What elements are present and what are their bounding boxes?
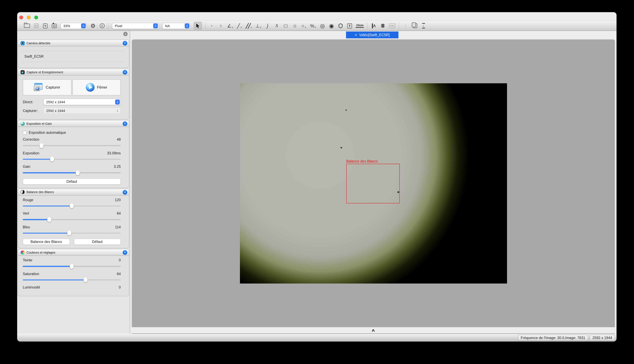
slider-track[interactable]: [23, 158, 121, 160]
minimize-window-button[interactable]: [27, 16, 30, 19]
unit-select[interactable]: Pixel ▲▼: [112, 22, 159, 29]
capture-button[interactable]: Capturer: [23, 79, 71, 96]
export-down-icon: ↓: [422, 23, 425, 28]
measure-tool-button[interactable]: Λ: [371, 22, 376, 30]
capture-resolution-select[interactable]: 2592 x 1944 ▲▼: [43, 107, 121, 114]
curve-tool-button[interactable]: S: [274, 22, 280, 30]
microscope-live-image[interactable]: Balance des Blancs: [240, 83, 507, 284]
chevron-down-icon: ∨: [240, 26, 242, 30]
text-tool-button[interactable]: T: [347, 22, 352, 30]
scalebar-icon: 10um: [356, 24, 364, 28]
slider-label: Vert: [23, 212, 29, 215]
csv-icon: CSV: [389, 24, 396, 28]
zoom-window-button[interactable]: [34, 16, 38, 19]
slider-track[interactable]: [23, 219, 121, 220]
linked-circles-tool-button[interactable]: %∨: [310, 22, 316, 30]
slider-knob[interactable]: [50, 156, 54, 162]
wb-default-button[interactable]: Défaut: [74, 238, 121, 245]
slider-label: Exposition: [23, 151, 39, 155]
collapse-panel-button[interactable]: «: [122, 41, 127, 46]
angle-tool-button[interactable]: ∠∨: [227, 22, 233, 30]
toolbar-handle: ⋮: [403, 22, 408, 30]
slider-track[interactable]: [23, 145, 121, 146]
panel-header[interactable]: Exposition et Gain «: [18, 120, 129, 127]
point-tool-button[interactable]: ·: [209, 22, 215, 30]
collapse-panel-button[interactable]: «: [122, 121, 127, 126]
export-csv-button[interactable]: CSV: [389, 22, 396, 30]
sidebar-collapse-button[interactable]: «: [123, 32, 128, 36]
exposure-default-button[interactable]: Défaut: [23, 178, 121, 184]
white-balance-roi-box[interactable]: Balance des Blancs: [346, 164, 400, 203]
slider-track[interactable]: [23, 206, 121, 206]
capture-resolution-label: Capturer:: [23, 109, 43, 112]
slider-label: Correction: [23, 138, 39, 141]
slider-knob[interactable]: [70, 203, 74, 208]
slider-knob[interactable]: [84, 277, 88, 282]
magnification-select[interactable]: NA ▲▼: [162, 22, 190, 29]
bottom-panel-toggle[interactable]: ∧: [132, 327, 615, 334]
arc-tool-button[interactable]: ): [265, 22, 270, 30]
parallel-tool-button[interactable]: ╱╱∨: [246, 22, 252, 30]
perpendicular-tool-button[interactable]: ⊥∨: [256, 22, 262, 30]
quick-record-button[interactable]: ϟ: [42, 22, 48, 30]
open-file-button[interactable]: [24, 22, 30, 30]
arrow-tool-button[interactable]: ↑: [218, 22, 224, 30]
collapse-panel-button[interactable]: «: [122, 250, 127, 255]
slider-track[interactable]: [23, 172, 121, 173]
slider-saturation: Saturation 64: [23, 272, 121, 280]
record-button[interactable]: Filmer: [72, 79, 121, 96]
timed-capture-button[interactable]: [52, 22, 57, 30]
slider-value: 0: [119, 258, 121, 262]
frame-rate-status: Fréquence de l'Image: 30.0,Image: 7831: [518, 335, 588, 340]
duplicate-button[interactable]: [412, 22, 417, 30]
slider-knob[interactable]: [67, 230, 71, 236]
slider-knob[interactable]: [47, 217, 51, 222]
scalebar-tool-button[interactable]: 10um: [356, 22, 364, 30]
camera-list-item[interactable]: Swift_EC5R: [21, 51, 124, 62]
slider-label: Gain: [23, 165, 30, 168]
white-balance-button[interactable]: Balance des Blancs: [23, 238, 70, 245]
line-tool-button[interactable]: ╱∨: [237, 22, 242, 30]
layers-button[interactable]: [380, 22, 386, 30]
ellipse-tool-button[interactable]: ○: [292, 22, 298, 30]
tab-video[interactable]: × Vidéo[Swift_EC5R]: [346, 32, 398, 38]
save-button[interactable]: [34, 22, 39, 30]
close-tab-icon[interactable]: ×: [355, 33, 357, 37]
slider-label: Luminosité: [23, 286, 40, 289]
slider-knob[interactable]: [76, 170, 80, 175]
export-image-button[interactable]: ↓: [421, 22, 426, 30]
slider-track[interactable]: [23, 232, 121, 234]
slider-knob[interactable]: [39, 143, 43, 148]
zoom-level-select[interactable]: 33% ▲▼: [60, 22, 87, 29]
slider-exposition: Exposition 33.09ms: [23, 151, 121, 160]
panel-header[interactable]: Capture et Enregistrement «: [18, 69, 129, 76]
collapse-panel-button[interactable]: «: [122, 70, 127, 74]
panel-title: Caméra détectée: [26, 41, 50, 45]
slider-value: 0: [119, 286, 121, 289]
layers-icon: [381, 24, 385, 28]
close-window-button[interactable]: [19, 16, 23, 19]
panel-header[interactable]: Couleurs et réglages «: [18, 249, 129, 256]
circle-tool-button[interactable]: ○∨: [301, 22, 307, 30]
collapse-panel-button[interactable]: «: [122, 190, 127, 194]
info-button[interactable]: i: [99, 22, 105, 30]
record-camera-icon: [20, 70, 25, 74]
auto-exposure-checkbox[interactable]: [23, 131, 26, 134]
video-canvas[interactable]: Balance des Blancs: [132, 39, 615, 327]
stepper-icon: ▲▼: [115, 99, 120, 104]
panel-header[interactable]: Caméra détectée «: [18, 40, 129, 46]
slider-track[interactable]: [23, 279, 121, 280]
rectangle-tool-button[interactable]: □: [283, 22, 288, 30]
live-resolution-select[interactable]: 2592 x 1944 ▲▼: [43, 98, 121, 105]
slider-track[interactable]: [23, 266, 121, 267]
annulus-tool-button[interactable]: ◎: [320, 22, 325, 30]
panel-body: Exposition automatique Correction 48: [18, 127, 129, 188]
panel-header[interactable]: Balance des Blancs «: [18, 189, 129, 196]
select-tool-button[interactable]: [194, 22, 202, 30]
arc-icon: ): [266, 23, 269, 28]
slider-knob[interactable]: [70, 264, 74, 269]
settings-button[interactable]: ⚙: [90, 22, 96, 30]
polygon-tool-button[interactable]: [338, 22, 343, 30]
slider-value: 64: [117, 212, 121, 215]
target-tool-button[interactable]: ◉: [329, 22, 334, 30]
